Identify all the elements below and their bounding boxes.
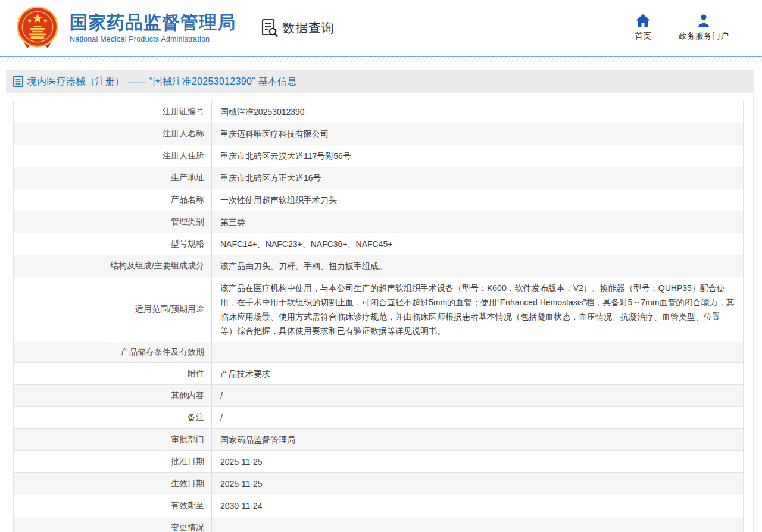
page-title-bar: 境内医疗器械（注册） —— “国械注准20253012390” 基本信息 — [6, 70, 753, 93]
row-label: 备注 — [14, 407, 212, 428]
row-value: 该产品在医疗机构中使用，与本公司生产的超声软组织手术设备（型号：K600，软件发… — [212, 277, 743, 342]
row-value: 该产品由刀头、刀杆、手柄、扭力扳手组成。 — [212, 255, 743, 277]
table-row-remarks: 备注 / — [14, 407, 743, 429]
row-value: / — [212, 407, 743, 428]
table-row-model-spec: 型号规格 NAFC14+、NAFC23+、NAFC36+、NAFC45+ — [14, 233, 743, 255]
table-row-management-class: 管理类别 第三类 — [14, 211, 743, 233]
row-value: 产品技术要求 — [212, 363, 743, 384]
table-row-storage-validity: 产品储存条件及有效期 — [14, 342, 743, 363]
site-header: 国家药品监督管理局 National Medical Products Admi… — [0, 0, 762, 56]
table-row-attachment: 附件 产品技术要求 — [14, 363, 743, 385]
row-label: 注册证编号 — [14, 101, 212, 123]
row-label: 产品名称 — [14, 189, 212, 211]
row-value: 重庆市北碚区云汉大道117号附56号 — [212, 145, 743, 167]
row-value: 一次性使用超声软组织手术刀头 — [212, 189, 743, 211]
row-value: 2030-11-24 — [212, 495, 743, 517]
page-title: 境内医疗器械（注册） —— “国械注准20253012390” 基本信息 — [27, 76, 297, 88]
nav-portal[interactable]: 政务服务门户 — [679, 14, 729, 42]
row-label: 型号规格 — [14, 233, 212, 255]
org-name-cn: 国家药品监督管理局 — [70, 12, 236, 33]
table-row-intended-use: 适用范围/预期用途 该产品在医疗机构中使用，与本公司生产的超声软组织手术设备（型… — [14, 277, 743, 342]
row-label: 批准日期 — [14, 451, 212, 472]
row-value: 2025-11-25 — [212, 473, 743, 495]
table-row-other-content: 其他内容 / — [14, 385, 743, 407]
home-icon — [636, 14, 650, 27]
row-label: 结构及组成/主要组成成分 — [14, 255, 212, 277]
user-icon — [697, 14, 711, 27]
org-name-en: National Medical Products Administration — [70, 35, 236, 43]
table-row-approval-department: 审批部门 国家药品监督管理局 — [14, 429, 743, 451]
table-row-product-name: 产品名称 一次性使用超声软组织手术刀头 — [14, 189, 743, 211]
row-value — [212, 349, 743, 356]
nav-home-label: 首页 — [635, 31, 651, 42]
row-label: 审批部门 — [14, 429, 212, 450]
stripe-pattern-band — [0, 57, 762, 62]
row-label: 产品储存条件及有效期 — [14, 342, 212, 362]
row-label: 有效期至 — [14, 495, 212, 517]
row-label: 注册人住所 — [14, 145, 212, 167]
table-row-composition: 结构及组成/主要组成成分 该产品由刀头、刀杆、手柄、扭力扳手组成。 — [14, 255, 743, 277]
row-label: 生效日期 — [14, 473, 212, 495]
row-label: 注册人名称 — [14, 123, 212, 145]
nmpa-national-emblem-logo — [15, 5, 60, 51]
table-row-approval-date: 批准日期 2025-11-25 — [14, 451, 743, 473]
document-icon — [13, 76, 23, 87]
row-value: NAFC14+、NAFC23+、NAFC36+、NAFC45+ — [212, 233, 743, 255]
table-row-effective-date: 生效日期 2025-11-25 — [14, 473, 743, 495]
registration-info-table: 注册证编号 国械注准20253012390 注册人名称 重庆迈科唯医疗科技有限公… — [13, 101, 744, 532]
row-value: 国械注准20253012390 — [212, 101, 743, 123]
row-value: 重庆迈科唯医疗科技有限公司 — [212, 123, 743, 145]
row-label: 生产地址 — [14, 167, 212, 189]
data-query-label: 数据查询 — [282, 20, 335, 36]
row-value: 2025-11-25 — [212, 451, 743, 472]
header-nav: 首页 政务服务门户 — [635, 14, 729, 42]
row-value: 重庆市北碚区方正大道16号 — [212, 167, 743, 189]
main-content: 境内医疗器械（注册） —— “国械注准20253012390” 基本信息 注册证… — [6, 70, 754, 532]
table-row-registrant-address: 注册人住所 重庆市北碚区云汉大道117号附56号 — [14, 145, 743, 167]
row-value: 第三类 — [212, 211, 743, 233]
row-value: 国家药品监督管理局 — [212, 429, 743, 450]
row-label: 附件 — [14, 363, 212, 384]
table-row-registrant-name: 注册人名称 重庆迈科唯医疗科技有限公司 — [14, 123, 743, 145]
row-label: 管理类别 — [14, 211, 212, 233]
row-value: / — [212, 385, 743, 406]
row-value — [212, 524, 743, 531]
row-label: 适用范围/预期用途 — [14, 277, 212, 342]
nav-portal-label: 政务服务门户 — [679, 31, 729, 42]
nav-home[interactable]: 首页 — [635, 14, 651, 42]
table-row-reg-number: 注册证编号 国械注准20253012390 — [14, 101, 743, 123]
table-row-expiry-date: 有效期至 2030-11-24 — [14, 495, 743, 517]
row-label: 其他内容 — [14, 385, 212, 406]
data-query-link[interactable]: 数据查询 — [261, 18, 335, 37]
table-row-change-status: 变更情况 — [14, 517, 743, 532]
table-row-production-address: 生产地址 重庆市北碚区方正大道16号 — [14, 167, 743, 189]
document-search-icon — [261, 18, 279, 37]
national-emblem-icon — [15, 5, 60, 51]
row-label: 变更情况 — [14, 517, 212, 532]
